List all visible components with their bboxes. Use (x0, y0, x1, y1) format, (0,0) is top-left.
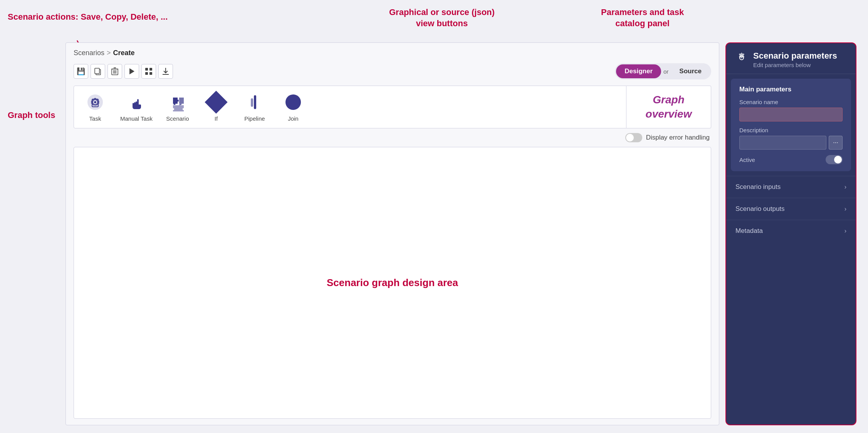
scenario-icon (168, 92, 188, 112)
settings-icon (735, 52, 748, 67)
task-icon (85, 92, 105, 112)
palette-node-if[interactable]: If (203, 92, 230, 122)
breadcrumb-scenarios[interactable]: Scenarios (74, 49, 104, 57)
metadata-item[interactable]: Metadata › (726, 220, 856, 242)
svg-rect-17 (149, 72, 152, 75)
circle-shape (285, 94, 301, 110)
copy-button[interactable] (91, 64, 105, 79)
pipeline-label: Pipeline (244, 115, 265, 122)
designer-view-button[interactable]: Designer (616, 64, 661, 78)
graph-overview-text: Graphoverview (646, 93, 692, 121)
save-button[interactable]: 💾 (74, 64, 88, 79)
palette-node-join[interactable]: Join (280, 92, 307, 122)
delete-button[interactable] (107, 64, 122, 79)
right-panel-title-block: Scenario parameters Edit parameters belo… (753, 51, 837, 68)
svg-rect-24 (254, 95, 256, 109)
description-input[interactable] (739, 136, 826, 150)
active-row: Active (739, 155, 843, 164)
view-or-separator: or (661, 68, 671, 75)
right-panel-title: Scenario parameters (753, 51, 837, 61)
manual-task-label: Manual Task (120, 115, 153, 122)
svg-marker-13 (129, 68, 134, 74)
main-params-section: Main parameters Scenario name Descriptio… (731, 79, 851, 171)
svg-rect-16 (145, 72, 148, 75)
chevron-right-icon-metadata: › (844, 227, 846, 234)
scenario-label: Scenario (166, 115, 189, 122)
palette-row: Task Manual Task (74, 86, 711, 128)
editor-panel: Scenarios > Create 💾 (65, 42, 719, 425)
description-more-button[interactable]: ··· (829, 136, 843, 150)
scenario-name-label: Scenario name (739, 99, 843, 105)
main-container: Scenarios > Create 💾 (65, 42, 856, 425)
active-label: Active (739, 157, 755, 163)
join-icon (283, 92, 303, 112)
scenario-outputs-item[interactable]: Scenario outputs › (726, 198, 856, 220)
scenario-outputs-label: Scenario outputs (735, 205, 785, 213)
annotation-graphical-source: Graphical or source (json)view buttons (389, 7, 495, 29)
run-button[interactable] (124, 64, 139, 79)
error-handling-toggle[interactable] (625, 133, 642, 142)
if-icon (206, 92, 226, 112)
scenario-inputs-item[interactable]: Scenario inputs › (726, 176, 856, 198)
svg-point-23 (94, 101, 96, 103)
main-params-title: Main parameters (739, 86, 843, 93)
scenario-inputs-label: Scenario inputs (735, 183, 781, 191)
graph-overview-panel: Graphoverview (626, 86, 711, 128)
svg-rect-14 (145, 68, 148, 71)
node-palette: Task Manual Task (74, 86, 626, 128)
chevron-right-icon-inputs: › (844, 184, 846, 190)
annotation-scenario-actions: Scenario actions: Save, Copy, Delete, ..… (8, 12, 168, 23)
download-button[interactable] (158, 64, 173, 79)
breadcrumb-current: Create (113, 49, 135, 57)
design-canvas[interactable]: Scenario graph design area (74, 147, 711, 419)
active-toggle[interactable] (826, 155, 843, 164)
manual-task-icon (126, 92, 146, 112)
palette-node-manual-task[interactable]: Manual Task (120, 92, 153, 122)
error-handling-label: Display error handling (646, 134, 710, 142)
breadcrumb-separator: > (107, 49, 111, 57)
palette-node-task[interactable]: Task (82, 92, 109, 122)
if-label: If (215, 115, 218, 122)
source-view-button[interactable]: Source (671, 64, 710, 78)
grid-button[interactable] (141, 64, 156, 79)
palette-node-scenario[interactable]: Scenario (164, 92, 191, 122)
description-label: Description (739, 127, 843, 133)
task-label: Task (89, 115, 101, 122)
diamond-shape (205, 91, 227, 113)
view-toggle: Designer or Source (615, 63, 711, 79)
join-label: Join (288, 115, 299, 122)
chevron-right-icon-outputs: › (844, 206, 846, 212)
annotation-parameters-panel: Parameters and taskcatalog panel (601, 7, 684, 29)
right-panel-subtitle: Edit parameters below (753, 62, 837, 68)
toolbar: 💾 (74, 63, 711, 79)
scenario-name-input[interactable] (739, 108, 843, 121)
svg-rect-25 (251, 98, 253, 107)
design-area-label: Scenario graph design area (327, 277, 458, 289)
description-row: ··· (739, 136, 843, 150)
toolbar-actions: 💾 (74, 64, 173, 79)
annotation-graph-tools: Graph tools (8, 110, 55, 121)
error-handling-row: Display error handling (74, 133, 711, 142)
right-panel-header: Scenario parameters Edit parameters belo… (726, 43, 856, 74)
pipeline-icon (245, 92, 265, 112)
metadata-label: Metadata (735, 227, 763, 235)
right-panel: Scenario parameters Edit parameters belo… (725, 42, 856, 425)
svg-rect-15 (149, 68, 152, 71)
svg-rect-6 (95, 68, 99, 74)
palette-node-pipeline[interactable]: Pipeline (241, 92, 268, 122)
breadcrumb: Scenarios > Create (74, 49, 711, 57)
